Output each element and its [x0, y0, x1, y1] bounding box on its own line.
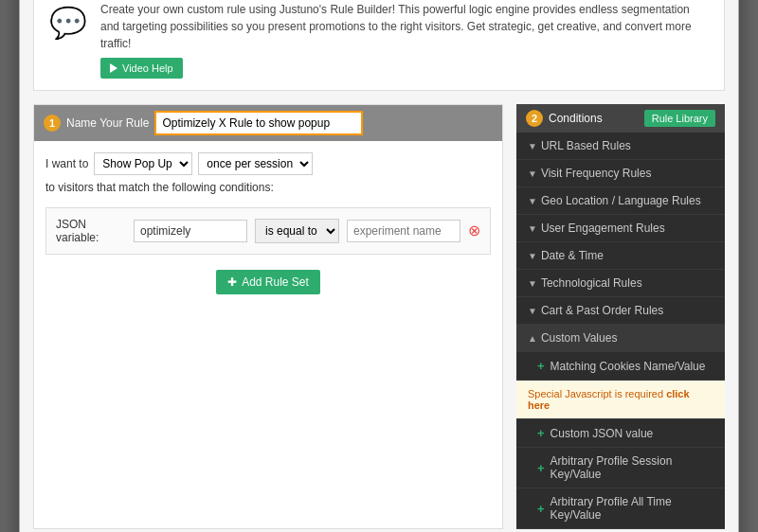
- play-icon: [110, 63, 117, 73]
- frequency-select[interactable]: once per session: [198, 152, 313, 175]
- chevron-icon: ▼: [528, 251, 537, 261]
- left-panel: 1 Name Your Rule I want to Show Pop Up o…: [33, 104, 503, 529]
- condition-operator-select[interactable]: is equal to: [255, 219, 339, 243]
- sub-item-arbitrary-session[interactable]: + Arbitrary Profile Session Key/Value: [516, 448, 725, 488]
- special-javascript-notice: Special Javascript is required click her…: [516, 381, 725, 419]
- matching-cookies-label: Matching Cookies Name/Value: [550, 360, 706, 373]
- technological-label: Technological Rules: [541, 276, 642, 290]
- want-prefix: I want to: [45, 157, 88, 170]
- arbitrary-alltime-label: Arbitrary Profile All Time Key/Value: [550, 495, 713, 522]
- rule-category-list: ▼ URL Based Rules ▼ Visit Frequency Rule…: [516, 133, 725, 352]
- chevron-icon: ▼: [528, 306, 537, 316]
- info-content: Create your own custom rule using Justun…: [100, 1, 709, 79]
- visit-frequency-label: Visit Frequency Rules: [541, 167, 652, 180]
- plus-icon: +: [537, 461, 545, 475]
- show-action-select[interactable]: Show Pop Up: [94, 152, 192, 175]
- modal-overlay: Advanced Rule × 💬 Create your own custom…: [0, 0, 758, 532]
- sub-item-custom-json[interactable]: + Custom JSON value: [516, 419, 725, 448]
- chat-icon: 💬: [49, 5, 87, 41]
- json-var-input[interactable]: [134, 220, 247, 242]
- sidebar-item-geo-location[interactable]: ▼ Geo Location / Language Rules: [516, 187, 725, 215]
- chevron-icon: ▼: [528, 278, 537, 289]
- special-notice-text: Special Javascript is required: [528, 388, 666, 399]
- sidebar-item-url-rules[interactable]: ▼ URL Based Rules: [516, 133, 725, 160]
- left-body: I want to Show Pop Up once per session t…: [34, 141, 502, 306]
- chevron-icon: ▼: [528, 223, 537, 234]
- json-variable-label: JSON variable:: [56, 218, 126, 244]
- add-rule-set-label: Add Rule Set: [242, 275, 309, 289]
- want-row: I want to Show Pop Up once per session t…: [45, 152, 491, 194]
- name-your-rule-label: Name Your Rule: [66, 116, 149, 130]
- sidebar-item-technological[interactable]: ▼ Technological Rules: [516, 270, 725, 297]
- sub-item-arbitrary-alltime[interactable]: + Arbitrary Profile All Time Key/Value: [516, 488, 725, 529]
- plus-icon: +: [537, 502, 545, 516]
- geo-location-label: Geo Location / Language Rules: [541, 194, 701, 207]
- plus-icon: +: [537, 359, 545, 373]
- main-content: 1 Name Your Rule I want to Show Pop Up o…: [33, 104, 725, 529]
- right-header: 2 Conditions Rule Library: [516, 104, 725, 133]
- custom-values-label: Custom Values: [541, 331, 617, 345]
- plus-icon: +: [537, 426, 545, 440]
- experiment-name-input[interactable]: [347, 220, 460, 242]
- info-box: 💬 Create your own custom rule using Just…: [33, 0, 725, 91]
- sub-item-matching-cookies[interactable]: + Matching Cookies Name/Value: [516, 352, 725, 381]
- url-rules-label: URL Based Rules: [541, 139, 631, 152]
- remove-rule-button[interactable]: ⊗: [468, 223, 480, 239]
- sidebar-item-custom-values[interactable]: ▲ Custom Values: [516, 325, 725, 352]
- left-section-header: 1 Name Your Rule: [34, 105, 502, 141]
- modal-body: 💬 Create your own custom rule using Just…: [20, 0, 738, 532]
- add-rule-set-container: ✚ Add Rule Set: [45, 266, 491, 294]
- rule-row: JSON variable: is equal to ⊗: [56, 218, 480, 244]
- section-number-1: 1: [44, 115, 61, 132]
- video-help-label: Video Help: [122, 62, 173, 74]
- rule-library-button[interactable]: Rule Library: [644, 110, 715, 127]
- plus-circle-icon: ✚: [227, 275, 237, 289]
- custom-json-label: Custom JSON value: [550, 427, 654, 440]
- chevron-up-icon: ▲: [528, 333, 537, 344]
- user-engagement-label: User Engagement Rules: [541, 222, 665, 235]
- right-panel: 2 Conditions Rule Library ▼ URL Based Ru…: [516, 104, 725, 529]
- condition-suffix: to visitors that match the following con…: [45, 181, 274, 194]
- video-help-button[interactable]: Video Help: [100, 58, 183, 79]
- conditions-label: Conditions: [549, 112, 603, 125]
- chevron-icon: ▼: [528, 168, 537, 179]
- chevron-icon: ▼: [528, 141, 537, 151]
- modal: Advanced Rule × 💬 Create your own custom…: [19, 0, 739, 532]
- sidebar-item-cart-orders[interactable]: ▼ Cart & Past Order Rules: [516, 297, 725, 325]
- cart-orders-label: Cart & Past Order Rules: [541, 304, 663, 317]
- conditions-title: 2 Conditions: [526, 110, 603, 127]
- arbitrary-session-label: Arbitrary Profile Session Key/Value: [550, 454, 713, 481]
- sidebar-item-visit-frequency[interactable]: ▼ Visit Frequency Rules: [516, 160, 725, 187]
- info-description: Create your own custom rule using Justun…: [100, 1, 709, 52]
- rule-name-input[interactable]: [154, 111, 363, 135]
- sidebar-item-user-engagement[interactable]: ▼ User Engagement Rules: [516, 215, 725, 242]
- date-time-label: Date & Time: [541, 249, 604, 262]
- rule-box: JSON variable: is equal to ⊗: [45, 207, 491, 255]
- chevron-icon: ▼: [528, 196, 537, 206]
- section-number-2: 2: [526, 110, 543, 127]
- sidebar-item-date-time[interactable]: ▼ Date & Time: [516, 242, 725, 270]
- add-rule-set-button[interactable]: ✚ Add Rule Set: [216, 270, 320, 294]
